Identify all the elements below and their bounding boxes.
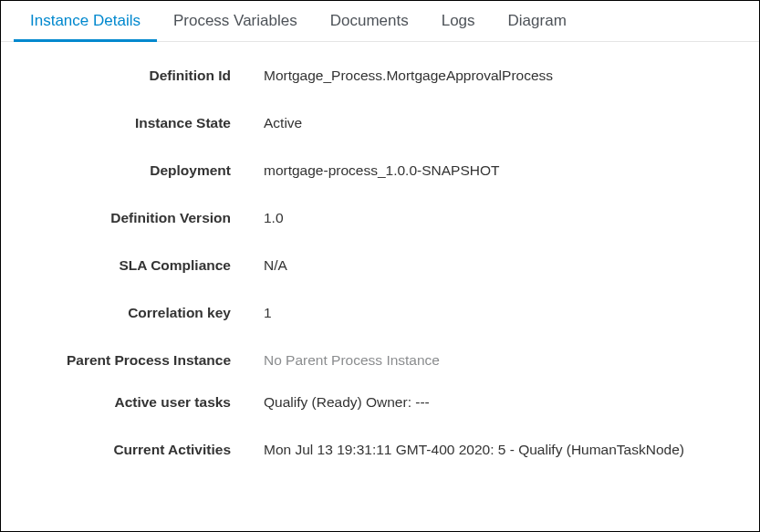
- row-parent-process-instance: Parent Process Instance No Parent Proces…: [23, 352, 737, 369]
- value-correlation-key: 1: [264, 305, 737, 321]
- value-definition-version: 1.0: [264, 210, 737, 226]
- tab-logs[interactable]: Logs: [425, 1, 492, 42]
- label-definition-id: Definition Id: [23, 68, 264, 84]
- row-sla-compliance: SLA Compliance N/A: [23, 257, 737, 274]
- row-active-user-tasks: Active user tasks Qualify (Ready) Owner:…: [23, 394, 737, 411]
- value-active-user-tasks: Qualify (Ready) Owner: ---: [264, 394, 737, 411]
- label-correlation-key: Correlation key: [23, 305, 264, 321]
- label-deployment: Deployment: [23, 162, 264, 179]
- row-instance-state: Instance State Active: [23, 115, 737, 131]
- tab-instance-details[interactable]: Instance Details: [14, 1, 157, 42]
- label-sla-compliance: SLA Compliance: [23, 257, 264, 274]
- instance-details-panel: Instance Details Process Variables Docum…: [0, 0, 760, 532]
- value-instance-state: Active: [264, 115, 737, 131]
- tab-documents[interactable]: Documents: [314, 1, 425, 42]
- row-correlation-key: Correlation key 1: [23, 305, 737, 321]
- label-instance-state: Instance State: [23, 115, 264, 131]
- tab-diagram[interactable]: Diagram: [492, 1, 583, 42]
- value-current-activities: Mon Jul 13 19:31:11 GMT-400 2020: 5 - Qu…: [264, 442, 737, 458]
- row-definition-id: Definition Id Mortgage_Process.MortgageA…: [23, 68, 737, 84]
- details-section: Definition Id Mortgage_Process.MortgageA…: [1, 42, 759, 458]
- value-sla-compliance: N/A: [264, 257, 737, 274]
- value-deployment: mortgage-process_1.0.0-SNAPSHOT: [264, 162, 737, 179]
- row-current-activities: Current Activities Mon Jul 13 19:31:11 G…: [23, 442, 737, 458]
- row-definition-version: Definition Version 1.0: [23, 210, 737, 226]
- label-current-activities: Current Activities: [23, 442, 264, 458]
- label-active-user-tasks: Active user tasks: [23, 394, 264, 411]
- value-definition-id: Mortgage_Process.MortgageApprovalProcess: [264, 68, 737, 84]
- tab-process-variables[interactable]: Process Variables: [157, 1, 314, 42]
- tab-bar: Instance Details Process Variables Docum…: [1, 1, 759, 42]
- value-parent-process-instance: No Parent Process Instance: [264, 352, 737, 369]
- label-definition-version: Definition Version: [23, 210, 264, 226]
- label-parent-process-instance: Parent Process Instance: [23, 352, 264, 369]
- row-deployment: Deployment mortgage-process_1.0.0-SNAPSH…: [23, 162, 737, 179]
